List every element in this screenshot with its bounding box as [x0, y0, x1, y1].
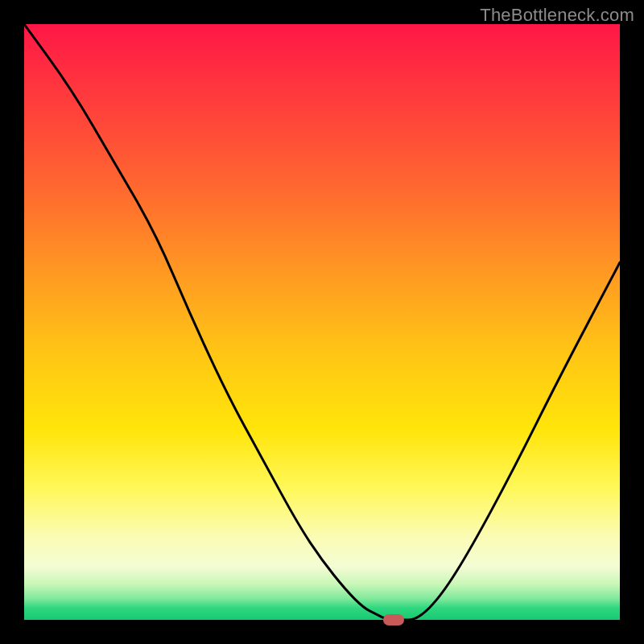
- chart-frame: TheBottleneck.com: [0, 0, 644, 644]
- optimum-marker: [383, 614, 404, 625]
- watermark-text: TheBottleneck.com: [480, 5, 634, 26]
- bottleneck-curve: [24, 24, 620, 620]
- plot-area: [24, 24, 620, 620]
